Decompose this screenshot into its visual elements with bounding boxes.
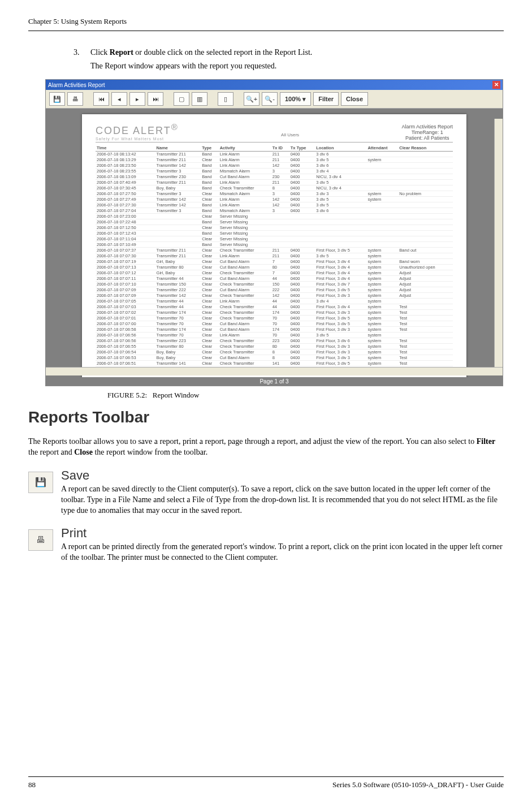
save-icon: 💾 [53,96,61,103]
table-cell: First Floor, 3 div 4 [315,259,366,265]
save-button[interactable]: 💾 [49,92,65,106]
table-cell [366,208,398,214]
table-cell: system [366,333,398,338]
table-cell: 0400 [289,253,315,259]
table-cell: Mismatch Alarm [219,169,271,174]
page-width-button[interactable]: ▯ [218,92,233,106]
table-cell: Check Transmitter [219,316,271,321]
prev-page-button[interactable]: ◂ [111,92,127,106]
table-cell: Clear [201,197,218,202]
table-cell: 2006-07-18 08:23:55 [96,169,155,174]
close-button[interactable]: Close [341,92,368,106]
table-row: 2006-07-18 07:10:49BandServer Missing [96,242,453,248]
table-cell: Clear [201,355,218,361]
table-cell [398,163,453,169]
table-cell: Server Missing [219,225,271,231]
close-icon[interactable]: ✕ [492,81,500,89]
table-cell: 2006-07-18 08:13:29 [96,157,155,163]
table-cell: 142 [271,163,289,169]
table-cell: First Floor, 3 div 3 [315,327,366,333]
table-cell: 3 div 5 [315,180,366,185]
doc-title: Series 5.0 Software (0510-1059-A_DRAFT) … [332,780,504,789]
table-cell: 3 div 3 [315,191,366,197]
table-cell: 0400 [289,355,315,361]
filter-button[interactable]: Filter [313,92,339,106]
table-cell: 3 div 4 [315,299,366,304]
table-cell: 80 [271,344,289,349]
table-row: 2006-07-18 07:07:05Transmitter 44ClearLi… [96,299,453,304]
last-page-button[interactable]: ⏭ [148,92,163,106]
first-page-button[interactable]: ⏮ [93,92,109,106]
table-cell: Band [201,152,218,157]
table-cell: 142 [271,202,289,208]
table-cell: 222 [271,287,289,293]
table-cell: 0400 [289,349,315,355]
table-cell: 2006-07-18 07:07:10 [96,282,155,287]
table-row: 2006-07-18 07:40:49Transmitter 211BandLi… [96,180,453,185]
table-cell: Clear [201,276,218,282]
step-sub: The Report window appears with the repor… [90,62,504,71]
multi-icon: ▥ [197,96,202,103]
table-cell: 8 [271,355,289,361]
table-cell: Clear [201,214,218,219]
table-cell: Link Alarm [219,202,271,208]
table-cell: Link Alarm [219,299,271,304]
table-cell: First Floor, 3 div 3 [315,310,366,316]
users-label: All Users [179,132,402,137]
table-row: 2006-07-18 07:06:58Transmitter 174ClearC… [96,327,453,333]
table-cell: Transmitter 211 [155,157,201,163]
table-cell: Test [398,349,453,355]
zoom-in-button[interactable]: 🔍+ [244,92,259,106]
table-cell [315,236,366,242]
table-cell [366,169,398,174]
zoom-out-button[interactable]: 🔍- [262,92,278,106]
table-cell: 7 [271,259,289,265]
table-cell: 211 [271,248,289,253]
table-cell: Check Transmitter [219,361,271,366]
window-title: Alarm Activities Report [48,82,105,88]
print-button[interactable]: 🖶 [67,92,83,106]
column-header: Activity [219,145,271,152]
table-cell [366,242,398,248]
table-cell: 150 [271,282,289,287]
table-cell: Clear [201,282,218,287]
save-tool-icon: 💾 [28,472,53,493]
multi-view-button[interactable]: ▥ [192,92,207,106]
column-header: Type [201,145,218,152]
table-cell: 2006-07-18 07:06:56 [96,333,155,338]
table-row: 2006-07-18 07:07:10Transmitter 150ClearC… [96,282,453,287]
table-cell [155,219,201,225]
table-cell: system [366,287,398,293]
table-cell [398,299,453,304]
table-cell: 0400 [289,163,315,169]
table-cell: Boy, Baby [155,185,201,191]
horizontal-scrollbar[interactable] [46,367,503,375]
table-cell: 2006-07-18 07:11:04 [96,236,155,242]
table-cell [366,174,398,180]
table-cell: Check Transmitter [219,282,271,287]
table-cell: Mismatch Alarm [219,208,271,214]
table-cell: Transmitter 142 [155,163,201,169]
vertical-scrollbar[interactable] [494,119,503,368]
step-text: Click Report or double click on the sele… [90,48,504,57]
table-row: 2006-07-18 07:11:04ClearServer Missing [96,236,453,242]
table-cell: 0400 [289,157,315,163]
table-cell: 2006-07-18 07:07:12 [96,270,155,276]
table-cell [366,225,398,231]
table-row: 2006-07-18 07:06:56Transmitter 70ClearLi… [96,333,453,338]
table-cell: 0400 [289,344,315,349]
table-cell: system [366,270,398,276]
zoom-level[interactable]: 100% ▾ [280,92,311,106]
table-cell: Girl, Baby [155,270,201,276]
table-cell: system [366,321,398,327]
table-cell: Check Transmitter [219,248,271,253]
next-page-button[interactable]: ▸ [129,92,145,106]
single-view-button[interactable]: ▢ [174,92,189,106]
table-cell: Test [398,344,453,349]
table-cell: Mismatch Alarm [219,191,271,197]
table-cell: Clear [201,327,218,333]
table-cell: Transmitter 211 [155,152,201,157]
table-cell: Server Missing [219,236,271,242]
table-cell: Test [398,361,453,366]
table-cell: 2006-07-18 07:27:04 [96,208,155,214]
